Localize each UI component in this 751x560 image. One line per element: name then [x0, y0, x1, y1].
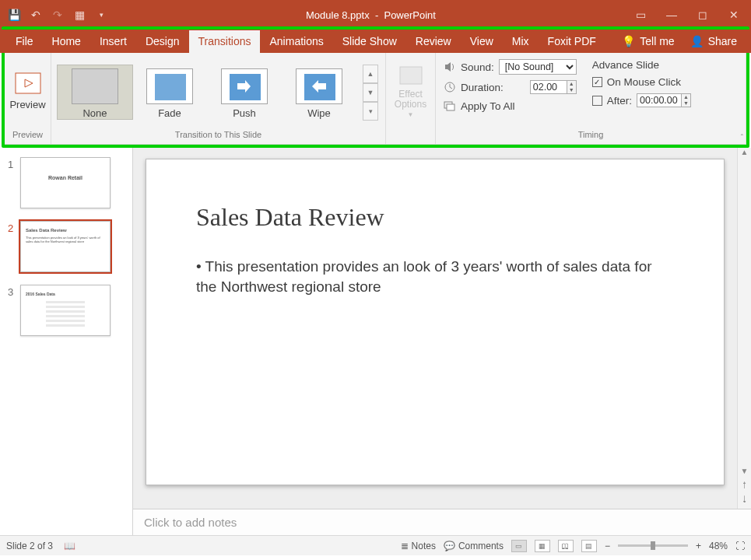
normal-view-icon[interactable]: ▭	[511, 540, 527, 552]
tab-home[interactable]: Home	[43, 30, 90, 53]
mini-title: Sales Data Review	[26, 228, 105, 233]
transition-gallery: None Fade Push Wipe	[51, 64, 363, 119]
qat-customize-icon[interactable]: ▾	[95, 9, 107, 21]
svg-rect-2	[155, 74, 186, 100]
editor-area: Sales Data Review This presentation prov…	[133, 148, 751, 535]
document-title: Module 8.pptx - PowerPoint	[107, 9, 634, 21]
lightbulb-icon: 💡	[622, 35, 635, 47]
preview-button[interactable]: Preview	[9, 99, 45, 110]
prev-slide-icon[interactable]: ⭡	[738, 481, 751, 495]
slide-count: Slide 2 of 3	[6, 541, 53, 551]
quick-access-toolbar: 💾 ↶ ↷ ▦ ▾	[0, 9, 107, 21]
notes-toggle[interactable]: ≣Notes	[401, 541, 436, 551]
duration-input[interactable]	[530, 80, 567, 94]
mini-title: 2016 Sales Data	[26, 292, 105, 296]
slide-canvas[interactable]: Sales Data Review This presentation prov…	[146, 159, 725, 485]
after-checkbox[interactable]	[592, 96, 602, 106]
zoom-slider[interactable]	[618, 544, 688, 547]
mini-sub: This presentation provides an look of 3 …	[26, 236, 105, 243]
spin-down-icon[interactable]: ▼	[682, 100, 690, 107]
slide-thumb-2[interactable]: 2 Sales Data Review This presentation pr…	[0, 219, 132, 283]
transition-push-icon	[221, 68, 268, 104]
transition-name: None	[58, 107, 132, 119]
collapse-ribbon-icon[interactable]: ˆ	[741, 134, 743, 142]
slide-number: 2	[8, 221, 16, 272]
tab-slide-show[interactable]: Slide Show	[333, 30, 406, 53]
share-icon: 👤	[690, 35, 704, 47]
notes-pane[interactable]: Click to add notes	[133, 509, 751, 535]
preview-icon	[15, 72, 41, 96]
share-label: Share	[708, 35, 737, 47]
vertical-scrollbar[interactable]: ▲ ▼ ⭡ ⭣	[737, 148, 751, 509]
reading-view-icon[interactable]: 🕮	[558, 540, 574, 552]
transition-none-icon	[72, 68, 118, 104]
spin-down-icon[interactable]: ▼	[567, 87, 576, 93]
notes-icon: ≣	[401, 541, 409, 551]
slide-canvas-area: Sales Data Review This presentation prov…	[133, 148, 737, 509]
start-from-beginning-icon[interactable]: ▦	[73, 9, 86, 21]
minimize-icon[interactable]: —	[665, 9, 678, 21]
transition-fade-icon	[146, 68, 193, 104]
after-label: After:	[607, 95, 632, 107]
transition-wipe-icon	[296, 68, 342, 104]
undo-icon[interactable]: ↶	[30, 9, 42, 21]
on-mouse-click-checkbox[interactable]: ✓	[592, 77, 602, 87]
tab-review[interactable]: Review	[406, 30, 461, 53]
ribbon-display-icon[interactable]: ▭	[634, 9, 647, 21]
group-preview: Preview Preview	[5, 53, 51, 144]
tab-insert[interactable]: Insert	[90, 30, 136, 53]
share-button[interactable]: 👤 Share	[683, 30, 745, 53]
slide-number: 1	[8, 157, 16, 208]
zoom-out-icon[interactable]: −	[605, 541, 610, 551]
slide-preview: 2016 Sales Data	[20, 285, 111, 336]
comments-icon: 💬	[444, 541, 455, 551]
group-preview-label: Preview	[5, 130, 51, 144]
tab-transitions[interactable]: Transitions	[189, 30, 261, 53]
tell-me-label: Tell me	[640, 35, 674, 47]
scroll-down-icon[interactable]: ▼	[738, 467, 751, 481]
on-mouse-click-label: On Mouse Click	[607, 76, 681, 88]
sorter-view-icon[interactable]: ▦	[535, 540, 550, 552]
transition-fade[interactable]: Fade	[132, 65, 207, 119]
spin-up-icon[interactable]: ▲	[567, 81, 576, 87]
tab-file[interactable]: File	[6, 30, 43, 53]
redo-icon[interactable]: ↷	[51, 9, 64, 21]
spellcheck-icon[interactable]: 📖	[64, 541, 75, 551]
slide-title[interactable]: Sales Data Review	[196, 203, 674, 232]
comments-toggle[interactable]: 💬Comments	[444, 541, 504, 551]
slide-bullet[interactable]: This presentation provides an look of 3 …	[196, 257, 674, 296]
timing-col-right: Advance Slide ✓ On Mouse Click After: ▲▼	[592, 59, 691, 107]
slide-thumbnails-pane: 1 Rowan Retail 2 Sales Data Review This …	[0, 148, 133, 535]
tab-mix[interactable]: Mix	[503, 30, 539, 53]
tab-design[interactable]: Design	[136, 30, 189, 53]
slide-thumb-1[interactable]: 1 Rowan Retail	[0, 156, 132, 219]
after-input[interactable]	[637, 93, 682, 107]
save-icon[interactable]: 💾	[8, 9, 20, 21]
window-controls: ▭ — ◻ ✕	[634, 9, 751, 21]
tab-foxit-pdf[interactable]: Foxit PDF	[539, 30, 605, 53]
scroll-up-icon[interactable]: ▲	[738, 148, 751, 162]
zoom-value[interactable]: 48%	[709, 541, 728, 551]
after-spinner[interactable]: ▲▼	[637, 93, 691, 107]
tab-view[interactable]: View	[461, 30, 503, 53]
slide-number: 3	[8, 285, 16, 336]
zoom-in-icon[interactable]: +	[696, 541, 701, 551]
slideshow-view-icon[interactable]: ▤	[581, 540, 597, 552]
advance-slide-header: Advance Slide	[592, 59, 691, 71]
duration-spinner[interactable]: ▲▼	[530, 80, 577, 94]
close-icon[interactable]: ✕	[728, 9, 740, 21]
fit-to-window-icon[interactable]: ⛶	[735, 541, 745, 551]
title-bar: 💾 ↶ ↷ ▦ ▾ Module 8.pptx - PowerPoint ▭ —…	[0, 0, 751, 30]
next-slide-icon[interactable]: ⭣	[738, 495, 751, 509]
transition-none[interactable]: None	[58, 65, 132, 119]
tell-me[interactable]: 💡 Tell me	[614, 30, 682, 53]
slide-preview: Rowan Retail	[20, 157, 111, 208]
slide-thumb-3[interactable]: 3 2016 Sales Data	[0, 283, 132, 347]
workspace: 1 Rowan Retail 2 Sales Data Review This …	[0, 148, 751, 535]
svg-rect-0	[16, 73, 40, 93]
comments-label: Comments	[458, 541, 504, 551]
tab-animations[interactable]: Animations	[260, 30, 332, 53]
status-bar: Slide 2 of 3 📖 ≣Notes 💬Comments ▭ ▦ 🕮 ▤ …	[0, 535, 751, 555]
maximize-icon[interactable]: ◻	[697, 9, 709, 21]
spin-up-icon[interactable]: ▲	[682, 94, 690, 100]
